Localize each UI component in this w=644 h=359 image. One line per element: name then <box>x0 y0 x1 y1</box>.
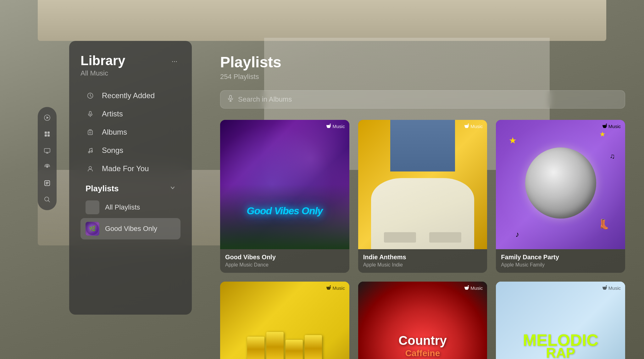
playlist-grid: Good Vibes Only Music Good Vibes Only Ap… <box>220 120 625 359</box>
jeans-sim <box>390 120 455 171</box>
card-melodic-rap[interactable]: MELODICRAP Music Melodic Rap <box>496 282 625 359</box>
apple-music-label-5: Music <box>470 285 483 291</box>
page-title: Playlists <box>220 53 625 71</box>
playlist-item-good-vibes[interactable]: 🌿 Good Vibes Only <box>80 218 180 239</box>
nav-now-playing[interactable] <box>40 111 54 125</box>
search-bar[interactable] <box>220 90 625 109</box>
apple-music-label-1: Music <box>332 124 345 129</box>
sidebar-header: Library All Music ··· <box>80 53 180 77</box>
card-gold[interactable]: Music <box>220 282 349 359</box>
card-info-3: Family Dance Party Apple Music Family <box>496 249 625 273</box>
more-options-button[interactable]: ··· <box>169 55 180 67</box>
all-playlists-thumb <box>86 200 99 214</box>
playlists-chevron[interactable] <box>170 185 175 192</box>
card-subtitle-1: Apple Music Dance <box>225 262 344 268</box>
card-title-3: Family Dance Party <box>501 254 620 261</box>
apple-music-badge-5: Music <box>464 285 483 291</box>
sidebar-item-recently-added[interactable]: Recently Added <box>80 87 180 104</box>
sneaker-sole-right <box>429 232 462 243</box>
svg-rect-6 <box>44 149 50 152</box>
made-for-you-label: Made For You <box>102 164 149 173</box>
recently-added-label: Recently Added <box>102 91 155 100</box>
star-deco-2: ★ <box>599 130 606 138</box>
nav-home[interactable] <box>40 127 54 141</box>
apple-music-badge-4: Music <box>326 285 345 291</box>
sidebar-item-made-for-you[interactable]: Made For You <box>80 160 180 177</box>
svg-point-9 <box>46 166 48 168</box>
apple-music-badge-3: Music <box>602 124 621 129</box>
sidebar-title: Library <box>80 53 125 68</box>
melodic-text-overlay: MELODICRAP <box>523 333 598 359</box>
nav-search[interactable] <box>40 193 54 206</box>
svg-rect-27 <box>230 95 231 99</box>
microphone-icon[interactable] <box>227 95 234 104</box>
sidebar-item-songs[interactable]: Songs <box>80 142 180 159</box>
songs-label: Songs <box>102 146 123 155</box>
sidebar-subtitle: All Music <box>80 69 125 77</box>
artists-label: Artists <box>102 109 123 118</box>
apple-music-badge-6: Music <box>602 285 621 291</box>
playlist-item-all[interactable]: All Playlists <box>80 197 180 218</box>
sidebar-nav: Recently Added Artists Albu <box>80 87 180 177</box>
country-text-overlay: CountryCaffeine <box>398 335 447 357</box>
sidebar-item-artists[interactable]: Artists <box>80 105 180 123</box>
apple-music-badge-1: Music <box>326 124 345 129</box>
card-title-2: Indie Anthems <box>363 254 482 261</box>
albums-label: Albums <box>102 128 127 137</box>
svg-rect-5 <box>47 134 50 137</box>
mic-icon <box>86 110 95 117</box>
card-subtitle-3: Apple Music Family <box>501 262 620 268</box>
nav-radio[interactable] <box>40 160 54 174</box>
person-icon <box>86 165 95 172</box>
card-artwork-indie: Music <box>358 120 487 249</box>
card-info-2: Indie Anthems Apple Music Indie <box>358 249 487 273</box>
apple-music-label-3: Music <box>608 124 621 129</box>
disco-ball <box>525 148 596 219</box>
gold-bar-1 <box>247 337 264 359</box>
svg-rect-4 <box>45 134 47 137</box>
card-good-vibes-only[interactable]: Good Vibes Only Music Good Vibes Only Ap… <box>220 120 349 273</box>
playlist-count: 254 Playlists <box>220 73 625 81</box>
card-subtitle-2: Apple Music Indie <box>363 262 482 268</box>
card-info-1: Good Vibes Only Apple Music Dance <box>220 249 349 273</box>
apple-music-badge-2: Music <box>464 124 483 129</box>
card-artwork-melodic: MELODICRAP Music <box>496 282 625 359</box>
nav-library[interactable] <box>40 176 54 190</box>
playlists-section-label: Playlists <box>86 184 119 194</box>
sidebar-item-albums[interactable]: Albums <box>80 123 180 141</box>
all-playlists-label: All Playlists <box>105 203 140 211</box>
albums-icon <box>86 129 95 136</box>
main-content: Playlists 254 Playlists Good Vibes Only … <box>201 41 644 315</box>
card-artwork-gold: Music <box>220 282 349 359</box>
svg-marker-1 <box>47 116 49 119</box>
shelf-top-decoration <box>38 0 606 41</box>
svg-rect-17 <box>89 111 91 115</box>
sidebar: Library All Music ··· Recently Added <box>69 41 192 315</box>
card-indie-anthems[interactable]: Music Indie Anthems Apple Music Indie <box>358 120 487 273</box>
good-vibes-neon-text: Good Vibes Only <box>247 205 323 217</box>
nav-watch[interactable] <box>40 143 54 157</box>
boot-deco: 👢 <box>598 219 610 230</box>
search-input[interactable] <box>238 95 618 104</box>
clock-icon <box>86 92 95 99</box>
card-artwork-country: CountryCaffeine Music <box>358 282 487 359</box>
svg-point-25 <box>89 166 92 169</box>
card-country-caffeine[interactable]: CountryCaffeine Music Country Caffeine <box>358 282 487 359</box>
gold-bar-4 <box>305 335 322 359</box>
playlists-section-header: Playlists <box>80 177 180 197</box>
card-family-dance-party[interactable]: ★ ★ 👢 ♪ ♫ Music Family Dance Party Apple… <box>496 120 625 273</box>
note-deco-2: ♫ <box>610 152 615 160</box>
left-nav <box>38 107 57 210</box>
card-artwork-family: ★ ★ 👢 ♪ ♫ Music <box>496 120 625 249</box>
good-vibes-thumb: 🌿 <box>86 222 99 236</box>
svg-rect-3 <box>47 132 50 134</box>
svg-point-24 <box>91 151 92 152</box>
star-deco-1: ★ <box>509 135 517 146</box>
svg-rect-19 <box>88 131 92 135</box>
apple-music-label-4: Music <box>332 285 345 291</box>
apple-music-label-2: Music <box>470 124 483 129</box>
sidebar-title-group: Library All Music <box>80 53 125 77</box>
svg-line-15 <box>48 201 50 202</box>
gold-bars-group <box>244 330 325 359</box>
apple-music-label-6: Music <box>608 285 621 291</box>
